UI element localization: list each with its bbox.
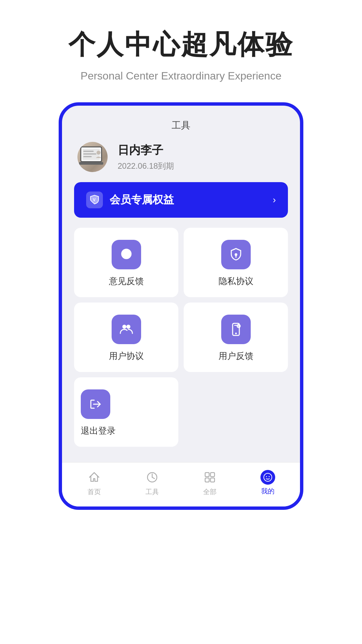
svg-point-12 [122,325,126,329]
page-title-en: Personal Center Extraordinary Experience [80,70,281,82]
nav-item-all[interactable]: 全部 [181,469,239,496]
nav-item-mine[interactable]: 我的 [239,470,297,496]
svg-text:!: ! [238,325,239,328]
nav-label-all: 全部 [203,487,217,496]
member-btn-arrow-icon: › [273,195,276,205]
menu-item-user-agreement[interactable]: 用户协议 [74,303,178,372]
menu-item-user-feedback[interactable]: ! 用户反馈 [184,303,288,372]
tools-icon [144,469,160,485]
svg-point-27 [268,476,269,477]
svg-point-13 [126,325,130,329]
menu-label-user-feedback: 用户反馈 [219,350,253,362]
logout-icon [81,389,110,419]
home-icon [86,469,102,485]
nav-label-mine: 我的 [261,487,275,496]
user-feedback-icon: ! [221,315,251,344]
profile-section: 日内李子 2022.06.18到期 [74,142,288,172]
menu-label-privacy: 隐私协议 [219,275,253,287]
page-title-zh: 个人中心超凡体验 [68,27,294,63]
svg-point-26 [266,476,267,477]
user-agreement-icon [112,315,141,344]
privacy-icon [221,240,251,269]
svg-text:V: V [93,198,96,202]
phone-frame: 工具 日内李子 2022.06.18到期 [59,102,303,510]
svg-rect-22 [210,473,215,477]
avatar [77,142,108,172]
svg-point-15 [235,333,237,334]
menu-item-privacy[interactable]: 隐私协议 [184,228,288,297]
menu-label-logout: 退出登录 [81,425,116,437]
menu-label-feedback: 意见反馈 [109,275,144,287]
svg-point-25 [264,473,272,481]
profile-expire: 2022.06.18到期 [118,161,174,171]
menu-grid-row1: ? 意见反馈 隐私协议 [74,228,288,297]
svg-rect-24 [210,478,215,482]
nav-item-tools[interactable]: 工具 [123,469,181,496]
profile-name: 日内李子 [118,143,174,158]
mine-active-dot [260,470,275,485]
nav-label-tools: 工具 [145,487,159,496]
svg-rect-21 [205,473,209,477]
profile-info: 日内李子 2022.06.18到期 [118,143,174,171]
svg-text:?: ? [125,251,129,257]
menu-item-feedback[interactable]: ? 意见反馈 [74,228,178,297]
menu-last-row: 退出登录 [74,377,288,457]
svg-point-17 [237,324,241,328]
menu-grid-row2: 用户协议 ! 用户反馈 [74,303,288,372]
nav-item-home[interactable]: 首页 [65,469,123,496]
menu-label-user-agreement: 用户协议 [109,350,144,362]
member-btn-text: 会员专属权益 [110,193,174,207]
member-benefits-button[interactable]: V 会员专属权益 › [74,182,288,218]
all-icon [202,469,218,485]
feedback-icon: ? [112,240,141,269]
svg-point-6 [97,151,101,155]
menu-item-logout[interactable]: 退出登录 [74,377,178,447]
svg-rect-5 [79,162,103,165]
phone-top-bar-label: 工具 [74,119,288,132]
member-icon: V [86,192,103,208]
bottom-nav: 首页 工具 [62,462,300,506]
svg-rect-23 [205,478,209,482]
nav-label-home: 首页 [87,487,101,496]
